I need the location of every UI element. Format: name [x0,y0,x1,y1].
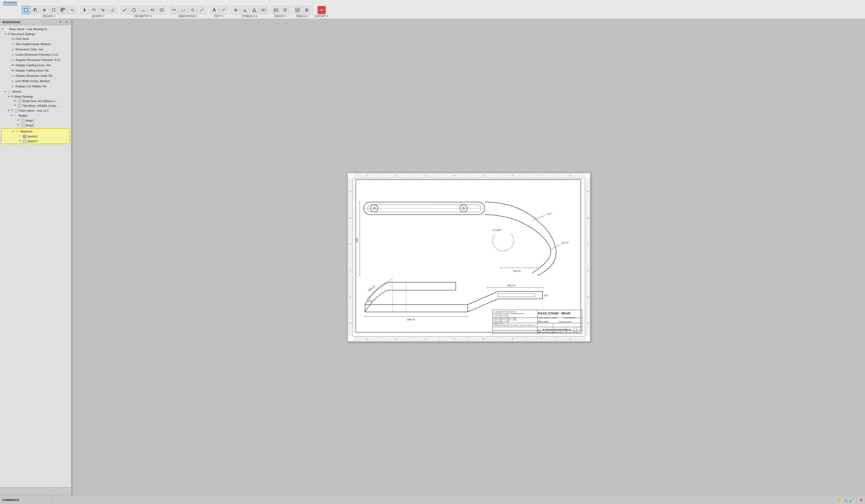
tree-item-root[interactable]: ▼ 📄 Race stand – rear drawing v1 [0,26,71,32]
rotate-btn[interactable] [90,6,98,14]
line-btn[interactable] [120,6,129,14]
browser-title-text: BROWSER [5,21,20,24]
new-sketch-btn[interactable] [22,6,30,14]
ruler-mark-D-right: D [585,257,590,284]
bom-btn[interactable]: 1 [303,6,311,14]
tree-item-dim-units-disp[interactable]: ▭ Display Dimension Units: No [0,73,71,78]
tree-item-sketch7[interactable]: 👁 Sketch7 [2,139,69,143]
tree-item-body1[interactable]: 👁 Body1 [0,118,71,123]
svg-marker-6 [45,9,46,11]
symbols-label[interactable]: SYMBOLS▼ [242,15,257,18]
insert-label[interactable]: INSERT▼ [274,15,287,18]
svg-text:⊕: ⊕ [262,9,263,11]
insert-component-btn[interactable]: ① [281,6,289,14]
tree-item-lead-zeros[interactable]: 00 Display Leading Zeros: Yes [0,62,71,68]
break-btn[interactable] [68,6,76,14]
datum-btn[interactable]: A [250,6,258,14]
slot-btn[interactable] [148,6,157,14]
insert-view-btn[interactable] [59,6,67,14]
export-label[interactable]: EXPORT▼ [315,15,328,18]
tree-item-racestand-view[interactable]: ▼ 👁 Race stand – rear v1:1 [0,108,71,113]
browser-close-btn[interactable]: ✕ [64,20,69,24]
text-btn[interactable]: A [210,6,218,14]
svg-line-38 [221,9,224,11]
tree-item-text-height[interactable]: A Text Height Group: Medium [0,42,71,47]
ruler-mark-F: F [348,310,353,336]
rect-btn[interactable] [157,6,166,14]
tree-item-font[interactable]: Aa Font: Arial [0,36,71,42]
svg-rect-3 [34,9,36,11]
hand-tool-btn[interactable]: ✋ [835,497,842,503]
tree-item-ang-prec[interactable]: ▭ Angular Dimension Precision: 0.12 [0,57,71,62]
create-label[interactable]: CREATE▼ [43,15,56,18]
sidebar: ◀ BROWSER 📌 ✕ ▼ 📄 Race stand – rear draw… [0,19,71,495]
leader-btn[interactable] [219,6,228,14]
svg-text:ALL DIMENSION IN MILLIMETERS: ALL DIMENSION IN MILLIMETERS [494,311,517,313]
surface-btn[interactable] [241,6,249,14]
drawing-sheet: 1 2 3 4 5 6 7 8 A B C D E F [347,173,590,342]
zoom-in-btn[interactable]: 🔎 [848,497,854,503]
modify-label[interactable]: MODIFY▼ [92,15,105,18]
tree-item-line-widths-disp[interactable]: ≡ Display Line Widths: No [0,84,71,89]
array-btn[interactable] [49,6,58,14]
zoom-fit-btn[interactable]: 🔍 [842,497,848,503]
text-group: A TEXT▼ [208,0,229,19]
svg-text:233.19: 233.19 [507,284,515,287]
tree-item-bodies[interactable]: ▼ 📁 Bodies [0,113,71,118]
browser-title: ◀ BROWSER [2,20,20,24]
ruler-mark-B: B [348,205,353,231]
drawing-tab[interactable]: DRAWING [3,1,17,5]
tree-item-trail-zeros[interactable]: 00 Display Trailing Zeros: No [0,68,71,73]
dim-linear-btn[interactable]: mm [170,6,178,14]
main-area: ◀ BROWSER 📌 ✕ ▼ 📄 Race stand – rear draw… [0,19,865,495]
centermark-btn[interactable] [232,6,240,14]
svg-text:AS DRAWN: AS DRAWN [564,317,575,319]
browser-pin-btn[interactable]: 📌 [57,20,63,24]
dim-radial-btn[interactable]: R [188,6,197,14]
ruler-mark-D: D [348,257,353,284]
svg-text:TOLERANCE UNLESS OTHERWISE STA: TOLERANCE UNLESS OTHERWISE STATED [494,313,523,315]
tree-item-sheet1[interactable]: ▼ 📋 Sheet1 [0,89,71,94]
mirror-btn[interactable] [40,6,49,14]
sketches-highlight-container: ▼ 📁 Sketches 👁 Sketch2 👁 Sketch7 [1,128,70,144]
drawing-canvas[interactable]: 1 2 3 4 5 6 7 8 A B C D E F [73,19,865,495]
tree-item-sketches[interactable]: ▼ 📁 Sketches [2,129,69,134]
ruler-mark-2: 2 [382,173,411,178]
tree-item-sheet-size[interactable]: 👁 Sheet Size: A3 (420mm x… [0,99,71,103]
arc-btn[interactable] [139,6,147,14]
ruler-mark-4-bottom: 4 [440,337,469,341]
tree-item-line-width[interactable]: ≡ Line Width Group: Medium [0,78,71,84]
geometry-label[interactable]: GEOMETRY▼ [135,15,152,18]
ruler-mark-B-right: B [585,205,590,231]
extend-btn[interactable] [108,6,116,14]
tree-item-lin-prec[interactable]: ▭ Linear Dimension Precision: 0.12 [0,52,71,57]
copy-btn[interactable] [31,6,39,14]
move-btn[interactable] [80,6,89,14]
tree-item-doc-settings[interactable]: ▼ ⚙ Document Settings [0,32,71,36]
ruler-mark-4: 4 [440,173,469,178]
ruler-mark-A: A [348,178,353,205]
ruler-mark-E-right: E [585,284,590,310]
dim-aligned-btn[interactable] [197,6,206,14]
svg-rect-12 [63,8,65,10]
tree-item-title-block[interactable]: 👁 Title Block: KRANK Comp… [0,103,71,108]
tables-label[interactable]: TABLES▼ [296,15,309,18]
ruler-mark-3-bottom: 3 [411,337,440,341]
tree-item-sketch2[interactable]: 👁 Sketch2 [2,134,69,139]
browser-tree: ▼ 📄 Race stand – rear drawing v1 ▼ ⚙ Doc… [0,25,71,487]
tree-item-sheet-settings[interactable]: ▼ ⚙ Sheet Settings [0,94,71,99]
ruler-bottom: 1 2 3 4 5 6 7 8 [353,336,585,341]
table-btn[interactable] [293,6,302,14]
bottom-pin[interactable]: 📌 [856,496,865,504]
tree-item-body3[interactable]: 👁 Body3 [0,123,71,128]
text-label[interactable]: TEXT▼ [214,15,223,18]
circle-btn[interactable] [130,6,138,14]
insert-image-btn[interactable] [272,6,280,14]
dim-angular-btn[interactable] [179,6,187,14]
tree-item-dim-units[interactable]: ▭ Dimension Units: mm [0,47,71,52]
dimensions-label[interactable]: DIMENSIONS▼ [178,15,197,18]
gdt-btn[interactable]: ⊕ [259,6,268,14]
ruler-mark-E: E [348,284,353,310]
trim-btn[interactable] [99,6,107,14]
export-pdf-btn[interactable]: PDF [318,6,326,14]
